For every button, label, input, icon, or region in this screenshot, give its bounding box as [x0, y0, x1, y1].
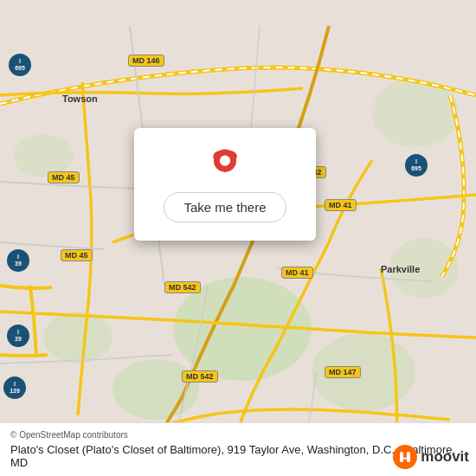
md-147-badge: MD 147: [325, 366, 361, 378]
attribution-text: © OpenStreetMap contributors: [10, 430, 466, 440]
md-542-badge-2: MD 542: [164, 281, 201, 293]
i695-badge-2: I695: [405, 154, 428, 177]
svg-point-9: [220, 155, 230, 165]
moovit-brand-name: moovit: [421, 448, 469, 466]
take-me-there-button[interactable]: Take me there: [164, 192, 286, 222]
i39-badge-2: I39: [7, 325, 29, 347]
moovit-icon: [393, 445, 417, 469]
moovit-logo: moovit: [393, 445, 469, 469]
i695-badge-1: I695: [9, 54, 31, 76]
md-45-badge-1: MD 45: [48, 171, 80, 183]
svg-point-4: [43, 312, 113, 363]
md-45-badge-2: MD 45: [61, 249, 93, 261]
md-41-badge-2: MD 41: [325, 199, 357, 211]
i139-badge: I139: [3, 376, 26, 399]
md-542-badge-3: MD 542: [182, 370, 218, 383]
map-pin-icon: [208, 147, 242, 182]
i39-badge-1: I39: [7, 249, 29, 272]
location-popup: Take me there: [134, 128, 316, 241]
map-container: Towson Parkville MD 146 MD 45 MD 45 MD 5…: [0, 0, 476, 476]
md-41-badge-1: MD 41: [281, 267, 313, 279]
md-146-badge: MD 146: [128, 55, 164, 67]
